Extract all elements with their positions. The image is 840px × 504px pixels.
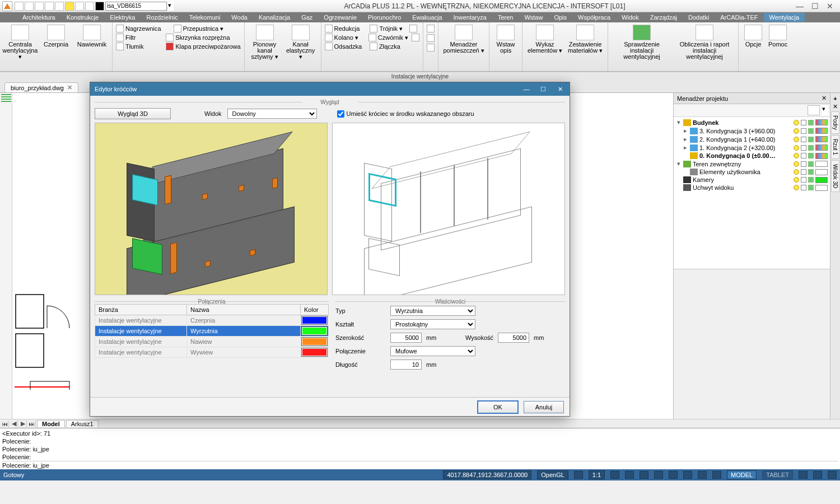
command-input[interactable]: Polecenie: iu_jpe [2,461,838,469]
menu-wstaw[interactable]: Wstaw [519,13,548,22]
tree-node[interactable]: 0. Kondygnacja 0 (±0.00… [674,152,830,160]
prop-polaczenie-select[interactable]: Mufowe [390,346,475,356]
preview-wire-view[interactable] [332,123,565,295]
sheet-nav-next-icon[interactable]: ▶ [19,420,27,427]
sheet-nav-prev-icon[interactable]: ◀ [10,420,18,427]
ribbon-obliczenia-button[interactable]: Obliczenia i raport instalacji wentylacy… [674,25,735,69]
status-opengl[interactable]: OpenGL [537,470,568,479]
ribbon-pomoc-button[interactable]: Pomoc [767,25,789,69]
menu-zarządzaj[interactable]: Zarządzaj [645,13,683,22]
visibility-icon[interactable] [794,161,799,167]
print-icon[interactable] [808,120,814,125]
lock-icon[interactable] [801,145,806,151]
sheet-tab-arkusz[interactable]: Arkusz1 [66,420,99,427]
menu-współpraca[interactable]: Współpraca [572,13,616,22]
tree-node[interactable]: Kamery [674,176,830,184]
ribbon-misc2-button[interactable] [427,34,435,42]
menu-telekomuni[interactable]: Telekomuni [184,13,226,22]
ribbon-nawiewnik-button[interactable]: Nawiewnik [75,25,109,69]
cell-kolor[interactable] [301,315,329,326]
print-icon[interactable] [808,137,814,142]
maximize-button[interactable]: ☐ [811,2,819,11]
side-tab-rzut[interactable]: Rzut 1 [831,135,839,159]
app-logo[interactable] [2,1,12,11]
menu-rozdzielnic[interactable]: Rozdzielnic [141,13,183,22]
qat-gear-icon[interactable] [75,2,84,11]
sidestrip-plus-icon[interactable]: + [833,95,837,102]
print-icon[interactable] [808,161,814,167]
menu-woda[interactable]: Woda [226,13,253,22]
ribbon-przepustnica-button[interactable]: Przepustnica▾ [174,25,224,32]
connections-table[interactable]: Branża Nazwa Kolor Instalacje wentylacyj… [95,304,329,358]
qat-redo-icon[interactable] [55,2,64,11]
ribbon-zestawienie-button[interactable]: Zestawienie materiałów ▾ [566,25,604,69]
pm-tool-filter-icon[interactable] [808,105,820,115]
ribbon-menadzer-pomieszczen-button[interactable]: Menadżer pomieszczeń ▾ [442,25,486,54]
qat-save-icon[interactable] [35,2,44,11]
lock-icon[interactable] [801,128,806,134]
status-i5-icon[interactable] [669,471,678,479]
dialog-maximize-icon[interactable]: ☐ [538,86,548,93]
print-icon[interactable] [808,153,814,158]
lock-icon[interactable] [801,185,806,190]
tree-node[interactable]: ▸2. Kondygnacja 1 (+640.00) [674,135,830,143]
view-select[interactable]: Dowolny [227,109,317,119]
ribbon-opcje-button[interactable]: Opcje [742,25,764,69]
ribbon-sprawdzenie-button[interactable]: Sprawdzenie instalacji wentylacyjnej [612,25,672,69]
visibility-icon[interactable] [794,185,799,190]
status-i11-icon[interactable] [828,471,837,479]
tree-node[interactable]: ▸3. Kondygnacja 3 (+960.00) [674,127,830,135]
status-i1-icon[interactable] [610,471,619,479]
print-icon[interactable] [808,169,814,175]
sheet-nav-last-icon[interactable]: ⏭ [28,421,36,427]
ribbon-extra2-button[interactable] [412,34,419,41]
tree-node[interactable]: Elementy użytkownika [674,168,830,176]
print-icon[interactable] [808,128,814,134]
col-nazwa[interactable]: Nazwa [187,305,301,315]
status-i6-icon[interactable] [683,471,692,479]
sheet-nav-first-icon[interactable]: ⏮ [1,421,9,427]
lock-icon[interactable] [801,153,806,158]
tree-node[interactable]: Uchwyt widoku [674,184,830,192]
ribbon-redukcja-button[interactable]: Redukcja [325,25,360,32]
lock-icon[interactable] [801,120,806,125]
color-swatch[interactable] [815,153,828,159]
qat-dropdown-icon[interactable]: ▾ [168,2,174,11]
status-i3-icon[interactable] [640,471,648,479]
color-swatch[interactable] [815,119,828,125]
menu-gaz[interactable]: Gaz [296,13,318,22]
project-tree[interactable]: ▾Budynek▸3. Kondygnacja 3 (+960.00)▸2. K… [674,117,830,269]
tree-node[interactable]: ▾Budynek [674,118,830,127]
ribbon-extra1-button[interactable] [409,25,417,32]
color-swatch[interactable] [815,177,828,183]
lock-icon[interactable] [801,169,806,175]
prop-typ-select[interactable]: Wyrzutnia [390,306,475,316]
expand-icon[interactable]: ▾ [676,119,682,126]
prop-ksztalt-select[interactable]: Prostokątny [390,319,475,329]
ribbon-pionowy-kanal-button[interactable]: Pionowy kanał sztywny ▾ [248,25,282,69]
ribbon-czwornik-button[interactable]: Czwórnik▾ [368,34,408,41]
color-swatch[interactable] [815,161,828,167]
menu-konstrukcje[interactable]: Konstrukcje [61,13,104,22]
view-3d-button[interactable]: Wygląd 3D [95,108,171,119]
qat-square-icon[interactable] [85,2,94,11]
dialog-minimize-icon[interactable]: — [521,86,531,93]
prop-szerokosc-input[interactable] [390,333,422,343]
print-icon[interactable] [808,185,814,190]
ribbon-kanal-elastyczny-button[interactable]: Kanał elastyczny ▾ [284,25,318,69]
lock-icon[interactable] [801,177,806,183]
status-i4-icon[interactable] [654,471,663,479]
col-branza[interactable]: Branża [95,305,187,315]
ribbon-nagrzewnica-button[interactable]: Nagrzewnica [116,25,161,32]
menu-piorunochro[interactable]: Piorunochro [362,13,407,22]
visibility-icon[interactable] [794,153,799,158]
cancel-button[interactable]: Anuluj [524,401,564,413]
side-tab-podry[interactable]: Podry [831,111,839,134]
ribbon-misc1-button[interactable] [427,25,435,32]
visibility-icon[interactable] [794,145,799,151]
menu-opis[interactable]: Opis [548,13,572,22]
hamburger-icon[interactable] [1,94,11,102]
expand-icon[interactable]: ▸ [683,136,688,143]
cell-kolor[interactable] [301,326,329,337]
menu-teren[interactable]: Teren [492,13,519,22]
